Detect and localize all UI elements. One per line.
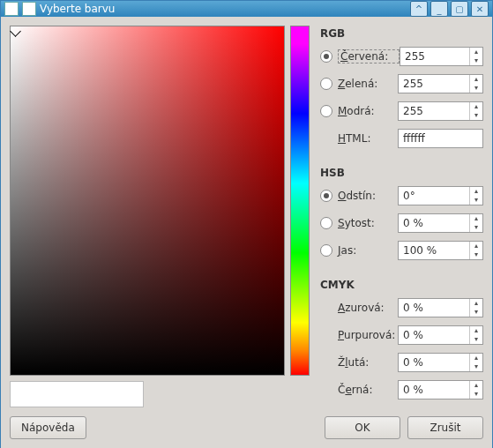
rollup-button[interactable]: ^ [410,1,428,17]
main-row: RGB Červená: 255▴▾ Zelená: 255▴▾ Modrá: … [10,26,483,407]
down-icon[interactable]: ▾ [470,56,482,65]
spin-yellow[interactable]: 0 %▴▾ [398,353,483,372]
label-green: Zelená: [338,78,398,90]
spin-sat[interactable]: 0 %▴▾ [398,213,483,233]
dialog-body: RGB Červená: 255▴▾ Zelená: 255▴▾ Modrá: … [1,17,492,448]
up-icon[interactable]: ▴ [470,214,482,223]
maximize-button[interactable]: ▢ [451,1,468,17]
down-icon[interactable]: ▾ [470,84,482,93]
spin-red[interactable]: 255▴▾ [400,47,483,66]
spin-bri[interactable]: 100 %▴▾ [398,241,483,260]
down-icon[interactable]: ▾ [470,111,482,120]
help-button[interactable]: Nápověda [10,416,86,439]
html-field[interactable]: ffffff [398,129,483,148]
spin-hue[interactable]: 0°▴▾ [398,186,483,205]
cmyk-title: CMYK [320,279,483,291]
up-icon[interactable]: ▴ [470,48,482,56]
spin-blue[interactable]: 255▴▾ [398,101,483,121]
down-icon[interactable]: ▾ [470,250,482,259]
up-icon[interactable]: ▴ [470,299,482,308]
hsb-title: HSB [320,167,483,179]
ok-button[interactable]: OK [325,416,400,439]
label-html: HTML: [338,132,398,145]
up-icon[interactable]: ▴ [470,187,482,196]
close-button[interactable]: ✕ [471,1,489,17]
titlebar[interactable]: Vyberte barvu ^ _ ▢ ✕ [1,1,492,17]
label-blue: Modrá: [338,105,398,117]
down-icon[interactable]: ▾ [470,335,482,344]
app-icon [4,2,19,16]
color-dialog-window: Vyberte barvu ^ _ ▢ ✕ RGB Červená: 255▴▾ [0,0,493,448]
spin-green[interactable]: 255▴▾ [398,74,483,93]
label-yellow: Žlutá: [338,356,398,369]
label-magenta: Purpurová: [338,329,398,341]
spin-black[interactable]: 0 %▴▾ [398,380,483,399]
spin-magenta[interactable]: 0 %▴▾ [398,325,483,345]
right-column: RGB Červená: 255▴▾ Zelená: 255▴▾ Modrá: … [320,26,483,407]
spin-cyan[interactable]: 0 %▴▾ [398,298,483,317]
radio-red[interactable] [320,50,332,63]
up-icon[interactable]: ▴ [470,354,482,362]
rgb-title: RGB [320,27,483,40]
radio-green[interactable] [320,78,332,90]
radio-hue[interactable] [320,190,332,202]
up-icon[interactable]: ▴ [470,381,482,390]
down-icon[interactable]: ▾ [470,223,482,232]
saturation-value-panel[interactable] [10,26,285,376]
label-bri: Jas: [338,244,398,257]
radio-blue[interactable] [320,105,332,117]
minimize-button[interactable]: _ [430,1,448,17]
label-hue: Odstín: [338,190,398,202]
down-icon[interactable]: ▾ [470,390,482,399]
label-cyan: Azurová: [338,302,398,314]
left-column [10,26,285,407]
label-red: Červená: [338,49,400,63]
footer: Nápověda OK Zrušit [10,416,483,439]
radio-bri[interactable] [320,244,332,257]
color-preview [10,381,144,407]
down-icon[interactable]: ▾ [470,196,482,205]
up-icon[interactable]: ▴ [470,75,482,84]
window-title: Vyberte barvu [40,3,407,15]
label-sat: Sytost: [338,217,398,229]
hue-bar[interactable] [290,26,310,376]
up-icon[interactable]: ▴ [470,242,482,250]
label-black: Černá: [338,384,398,396]
down-icon[interactable]: ▾ [470,362,482,371]
up-icon[interactable]: ▴ [470,102,482,111]
down-icon[interactable]: ▾ [470,308,482,317]
up-icon[interactable]: ▴ [470,326,482,335]
cancel-button[interactable]: Zrušit [407,416,483,439]
radio-sat[interactable] [320,217,332,229]
document-icon [22,2,36,16]
